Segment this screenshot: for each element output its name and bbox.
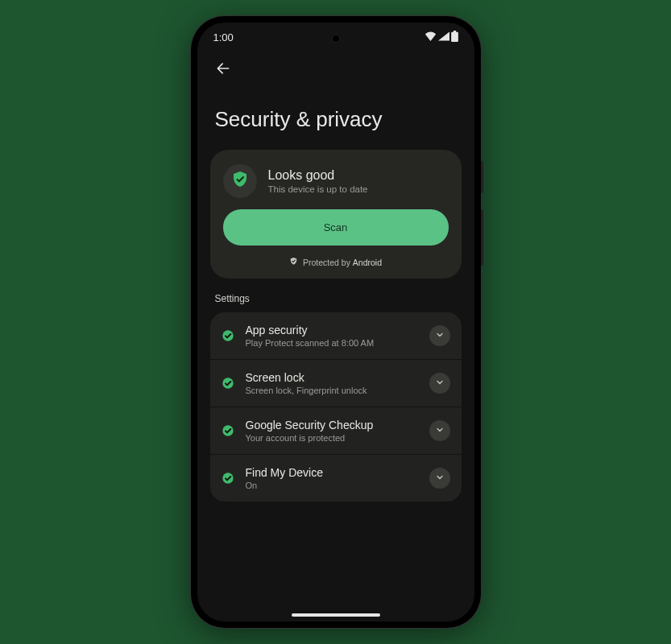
shield-check-icon [230,170,250,192]
wifi-icon [425,31,437,43]
setting-text: Screen lock Screen lock, Fingerprint unl… [246,371,418,395]
back-button[interactable] [207,54,239,86]
app-bar [197,47,474,89]
arrow-left-icon [215,60,231,80]
check-circle-icon [222,329,234,342]
status-right [425,31,458,44]
svg-rect-1 [453,31,456,32]
setting-title: Find My Device [246,466,418,479]
settings-list: App security Play Protect scanned at 8:0… [210,312,462,502]
setting-title: Google Security Checkup [246,419,418,431]
setting-subtitle: Play Protect scanned at 8:00 AM [246,338,418,348]
check-circle-icon [222,472,234,485]
scan-button[interactable]: Scan [223,209,449,246]
setting-screen-lock[interactable]: Screen lock Screen lock, Fingerprint unl… [210,360,462,407]
status-header: Looks good This device is up to date [223,164,449,198]
protected-by-row: Protected by Android [223,257,449,267]
setting-subtitle: On [246,481,418,490]
chevron-down-icon [435,328,445,343]
chevron-down-icon [435,376,445,390]
camera-hole [331,34,341,43]
gesture-nav-pill[interactable] [292,613,380,617]
setting-google-security-checkup[interactable]: Google Security Checkup Your account is … [210,407,462,455]
setting-text: App security Play Protect scanned at 8:0… [246,324,418,348]
setting-title: App security [246,324,418,336]
svg-rect-0 [451,32,458,42]
status-title: Looks good [268,168,368,183]
setting-subtitle: Screen lock, Fingerprint unlock [246,386,418,395]
phone-frame: 1:00 Security & privacy [191,16,481,628]
shield-small-icon [289,257,298,267]
expand-button[interactable] [429,468,450,489]
status-subtitle: This device is up to date [268,184,368,194]
status-time: 1:00 [213,31,234,43]
setting-text: Google Security Checkup Your account is … [246,419,418,443]
chevron-down-icon [435,423,445,438]
security-status-card: Looks good This device is up to date Sca… [210,150,462,279]
protected-prefix: Protected by [303,258,353,267]
signal-icon [438,31,449,43]
content: Security & privacy Looks good This d [197,89,474,621]
power-button [481,161,483,193]
page-title: Security & privacy [210,89,462,150]
check-circle-icon [222,377,234,390]
chevron-down-icon [435,471,445,485]
expand-button[interactable] [429,373,450,394]
battery-icon [451,31,458,44]
expand-button[interactable] [429,420,450,441]
volume-button [481,209,483,266]
setting-title: Screen lock [246,371,418,384]
status-text: Looks good This device is up to date [268,168,368,194]
setting-app-security[interactable]: App security Play Protect scanned at 8:0… [210,312,462,360]
settings-section-label: Settings [210,279,462,312]
shield-circle [223,164,257,198]
check-circle-icon [222,424,234,437]
setting-text: Find My Device On [246,466,418,490]
screen: 1:00 Security & privacy [197,23,474,621]
expand-button[interactable] [429,325,450,346]
protected-by-label: Protected by Android [303,258,382,267]
protected-brand: Android [353,258,382,267]
setting-subtitle: Your account is protected [246,433,418,443]
setting-find-my-device[interactable]: Find My Device On [210,455,462,502]
